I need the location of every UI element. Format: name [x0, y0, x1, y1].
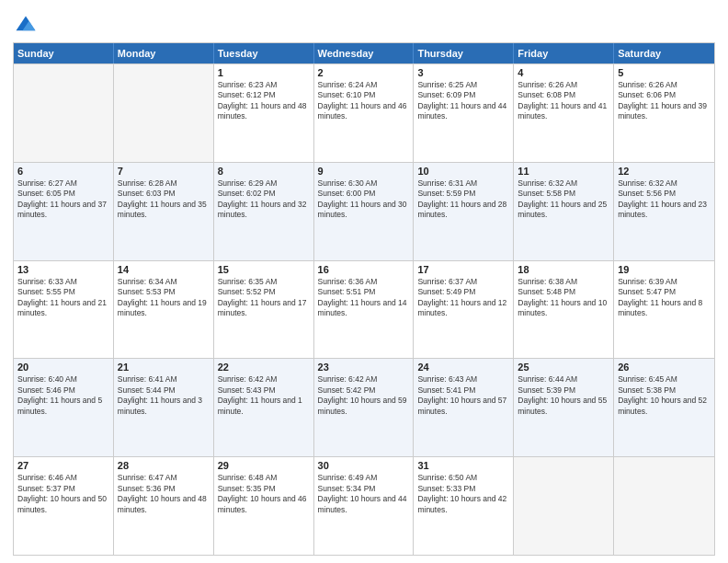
- day-detail: Sunrise: 6:33 AM Sunset: 5:55 PM Dayligh…: [17, 277, 109, 319]
- day-number: 23: [318, 362, 410, 373]
- calendar-header-row: SundayMondayTuesdayWednesdayThursdayFrid…: [14, 43, 714, 63]
- day-detail: Sunrise: 6:42 AM Sunset: 5:43 PM Dayligh…: [218, 374, 310, 417]
- header-cell-monday: Monday: [114, 43, 214, 63]
- day-cell-2: 2Sunrise: 6:24 AM Sunset: 6:10 PM Daylig…: [314, 64, 415, 162]
- day-detail: Sunrise: 6:38 AM Sunset: 5:48 PM Dayligh…: [518, 277, 609, 319]
- day-number: 4: [518, 67, 609, 78]
- day-number: 11: [518, 166, 609, 177]
- day-number: 29: [218, 460, 310, 471]
- day-detail: Sunrise: 6:34 AM Sunset: 5:53 PM Dayligh…: [118, 277, 210, 319]
- logo-icon: [13, 13, 39, 39]
- day-number: 27: [17, 460, 109, 471]
- day-number: 22: [218, 362, 310, 373]
- day-number: 18: [518, 264, 609, 275]
- day-number: 6: [17, 166, 109, 177]
- day-number: 16: [318, 264, 410, 275]
- logo: [13, 13, 42, 39]
- day-detail: Sunrise: 6:36 AM Sunset: 5:51 PM Dayligh…: [318, 277, 410, 319]
- day-cell-24: 24Sunrise: 6:43 AM Sunset: 5:41 PM Dayli…: [414, 359, 514, 456]
- day-cell-1: 1Sunrise: 6:23 AM Sunset: 6:12 PM Daylig…: [214, 64, 314, 162]
- day-cell-17: 17Sunrise: 6:37 AM Sunset: 5:49 PM Dayli…: [414, 261, 514, 359]
- day-number: 28: [118, 460, 210, 471]
- day-cell-12: 12Sunrise: 6:32 AM Sunset: 5:56 PM Dayli…: [614, 163, 714, 260]
- day-detail: Sunrise: 6:25 AM Sunset: 6:09 PM Dayligh…: [417, 80, 509, 122]
- day-number: 14: [118, 264, 210, 275]
- week-row-1: 1Sunrise: 6:23 AM Sunset: 6:12 PM Daylig…: [14, 63, 714, 162]
- day-detail: Sunrise: 6:50 AM Sunset: 5:33 PM Dayligh…: [417, 473, 509, 515]
- day-cell-empty-0-0: [14, 64, 114, 162]
- week-row-3: 13Sunrise: 6:33 AM Sunset: 5:55 PM Dayli…: [14, 260, 714, 359]
- header-cell-sunday: Sunday: [14, 43, 114, 63]
- day-detail: Sunrise: 6:32 AM Sunset: 5:58 PM Dayligh…: [518, 178, 609, 221]
- day-number: 30: [318, 460, 410, 471]
- day-number: 31: [417, 460, 509, 471]
- day-cell-13: 13Sunrise: 6:33 AM Sunset: 5:55 PM Dayli…: [14, 261, 114, 359]
- day-cell-8: 8Sunrise: 6:29 AM Sunset: 6:02 PM Daylig…: [214, 163, 314, 260]
- day-detail: Sunrise: 6:45 AM Sunset: 5:38 PM Dayligh…: [618, 374, 711, 417]
- day-cell-16: 16Sunrise: 6:36 AM Sunset: 5:51 PM Dayli…: [314, 261, 415, 359]
- day-detail: Sunrise: 6:24 AM Sunset: 6:10 PM Dayligh…: [318, 80, 410, 122]
- day-cell-31: 31Sunrise: 6:50 AM Sunset: 5:33 PM Dayli…: [414, 457, 514, 555]
- day-cell-empty-4-6: [614, 457, 714, 555]
- day-cell-15: 15Sunrise: 6:35 AM Sunset: 5:52 PM Dayli…: [214, 261, 314, 359]
- day-cell-5: 5Sunrise: 6:26 AM Sunset: 6:06 PM Daylig…: [614, 64, 714, 162]
- day-detail: Sunrise: 6:23 AM Sunset: 6:12 PM Dayligh…: [218, 80, 310, 122]
- day-cell-23: 23Sunrise: 6:42 AM Sunset: 5:42 PM Dayli…: [314, 359, 415, 456]
- calendar: SundayMondayTuesdayWednesdayThursdayFrid…: [13, 42, 715, 556]
- day-number: 19: [618, 264, 711, 275]
- page: SundayMondayTuesdayWednesdayThursdayFrid…: [0, 0, 728, 563]
- day-cell-10: 10Sunrise: 6:31 AM Sunset: 5:59 PM Dayli…: [414, 163, 514, 260]
- day-cell-3: 3Sunrise: 6:25 AM Sunset: 6:09 PM Daylig…: [414, 64, 514, 162]
- day-detail: Sunrise: 6:30 AM Sunset: 6:00 PM Dayligh…: [318, 178, 410, 221]
- day-cell-26: 26Sunrise: 6:45 AM Sunset: 5:38 PM Dayli…: [614, 359, 714, 456]
- day-cell-22: 22Sunrise: 6:42 AM Sunset: 5:43 PM Dayli…: [214, 359, 314, 456]
- day-number: 1: [218, 67, 310, 78]
- day-detail: Sunrise: 6:43 AM Sunset: 5:41 PM Dayligh…: [417, 374, 509, 417]
- day-cell-29: 29Sunrise: 6:48 AM Sunset: 5:35 PM Dayli…: [214, 457, 314, 555]
- day-detail: Sunrise: 6:46 AM Sunset: 5:37 PM Dayligh…: [17, 473, 109, 515]
- day-number: 5: [618, 67, 711, 78]
- day-detail: Sunrise: 6:27 AM Sunset: 6:05 PM Dayligh…: [17, 178, 109, 221]
- day-detail: Sunrise: 6:41 AM Sunset: 5:44 PM Dayligh…: [118, 374, 210, 417]
- week-row-2: 6Sunrise: 6:27 AM Sunset: 6:05 PM Daylig…: [14, 162, 714, 260]
- day-number: 8: [218, 166, 310, 177]
- day-detail: Sunrise: 6:49 AM Sunset: 5:34 PM Dayligh…: [318, 473, 410, 515]
- day-cell-28: 28Sunrise: 6:47 AM Sunset: 5:36 PM Dayli…: [114, 457, 214, 555]
- day-detail: Sunrise: 6:26 AM Sunset: 6:08 PM Dayligh…: [518, 80, 609, 122]
- day-cell-25: 25Sunrise: 6:44 AM Sunset: 5:39 PM Dayli…: [514, 359, 614, 456]
- calendar-body: 1Sunrise: 6:23 AM Sunset: 6:12 PM Daylig…: [14, 63, 714, 555]
- day-number: 17: [417, 264, 509, 275]
- day-detail: Sunrise: 6:32 AM Sunset: 5:56 PM Dayligh…: [618, 178, 711, 221]
- day-number: 24: [417, 362, 509, 373]
- day-number: 3: [417, 67, 509, 78]
- day-cell-18: 18Sunrise: 6:38 AM Sunset: 5:48 PM Dayli…: [514, 261, 614, 359]
- day-cell-20: 20Sunrise: 6:40 AM Sunset: 5:46 PM Dayli…: [14, 359, 114, 456]
- day-detail: Sunrise: 6:35 AM Sunset: 5:52 PM Dayligh…: [218, 277, 310, 319]
- header-cell-tuesday: Tuesday: [214, 43, 314, 63]
- header-cell-wednesday: Wednesday: [314, 43, 415, 63]
- day-cell-empty-4-5: [514, 457, 614, 555]
- day-cell-4: 4Sunrise: 6:26 AM Sunset: 6:08 PM Daylig…: [514, 64, 614, 162]
- day-number: 13: [17, 264, 109, 275]
- week-row-4: 20Sunrise: 6:40 AM Sunset: 5:46 PM Dayli…: [14, 358, 714, 456]
- day-number: 12: [618, 166, 711, 177]
- day-detail: Sunrise: 6:40 AM Sunset: 5:46 PM Dayligh…: [17, 374, 109, 417]
- header-cell-friday: Friday: [514, 43, 614, 63]
- day-number: 20: [17, 362, 109, 373]
- day-cell-9: 9Sunrise: 6:30 AM Sunset: 6:00 PM Daylig…: [314, 163, 415, 260]
- day-cell-19: 19Sunrise: 6:39 AM Sunset: 5:47 PM Dayli…: [614, 261, 714, 359]
- day-cell-14: 14Sunrise: 6:34 AM Sunset: 5:53 PM Dayli…: [114, 261, 214, 359]
- day-detail: Sunrise: 6:44 AM Sunset: 5:39 PM Dayligh…: [518, 374, 609, 417]
- day-detail: Sunrise: 6:47 AM Sunset: 5:36 PM Dayligh…: [118, 473, 210, 515]
- day-number: 9: [318, 166, 410, 177]
- header-cell-thursday: Thursday: [414, 43, 514, 63]
- day-detail: Sunrise: 6:37 AM Sunset: 5:49 PM Dayligh…: [417, 277, 509, 319]
- day-cell-empty-0-1: [114, 64, 214, 162]
- day-detail: Sunrise: 6:31 AM Sunset: 5:59 PM Dayligh…: [417, 178, 509, 221]
- day-number: 15: [218, 264, 310, 275]
- week-row-5: 27Sunrise: 6:46 AM Sunset: 5:37 PM Dayli…: [14, 456, 714, 555]
- day-cell-11: 11Sunrise: 6:32 AM Sunset: 5:58 PM Dayli…: [514, 163, 614, 260]
- day-detail: Sunrise: 6:48 AM Sunset: 5:35 PM Dayligh…: [218, 473, 310, 515]
- day-cell-27: 27Sunrise: 6:46 AM Sunset: 5:37 PM Dayli…: [14, 457, 114, 555]
- day-number: 21: [118, 362, 210, 373]
